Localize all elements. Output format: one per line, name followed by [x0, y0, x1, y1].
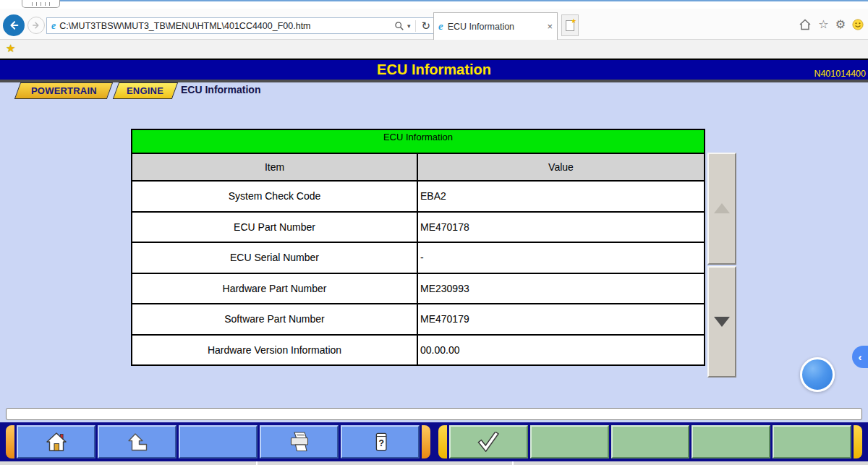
window-top-edge: [60, 0, 868, 1]
group-end-cap: [422, 425, 430, 458]
blank-function-button[interactable]: [611, 425, 690, 458]
refresh-icon[interactable]: ↻: [421, 20, 430, 33]
blank-function-button[interactable]: [692, 425, 770, 458]
row-value: ME470178: [418, 213, 704, 242]
column-header-value: Value: [418, 154, 704, 180]
return-up-arrow-icon: [126, 432, 149, 452]
row-item-label: Hardware Version Information: [132, 336, 418, 365]
home-icon[interactable]: [799, 18, 812, 31]
row-value: ME470179: [418, 304, 704, 334]
help-manual-icon: ?: [370, 432, 391, 452]
table-row: ECU Serial Number -: [131, 242, 705, 274]
ecu-information-table: ECU Information Item Value System Check …: [131, 129, 705, 366]
settings-gear-icon[interactable]: ⚙: [835, 17, 846, 31]
row-item-label: System Check Code: [132, 182, 418, 211]
edge-collapse-chevron[interactable]: ‹: [852, 346, 868, 368]
tab-favicon-ie-icon: e: [438, 20, 443, 33]
mut3-ecu-information-screen: e C:\MUT3TBSW\MUT3_TB\MENU\HTML\401CC440…: [0, 0, 868, 465]
row-item-label: Hardware Part Number: [132, 274, 418, 304]
bottom-toolbar: ?: [0, 422, 868, 461]
group-end-cap: [6, 425, 14, 458]
row-value: -: [418, 243, 704, 273]
scroll-up-button[interactable]: [707, 153, 736, 265]
tab-close-icon[interactable]: ×: [547, 21, 553, 32]
page-title: ECU Information: [0, 60, 868, 79]
breadcrumb-tab-label: POWERTRAIN: [31, 85, 97, 96]
address-bar[interactable]: e C:\MUT3TBSW\MUT3_TB\MENU\HTML\401CC440…: [46, 17, 434, 34]
back-arrow-icon: [7, 19, 20, 32]
drag-handle-ticks-icon: [32, 2, 51, 6]
status-bar: [6, 408, 862, 420]
table-row: System Check Code EBA2: [131, 180, 705, 213]
page-ie-icon: e: [51, 20, 56, 32]
print-button[interactable]: [260, 425, 339, 458]
breadcrumb-tab-powertrain[interactable]: POWERTRAIN: [14, 82, 113, 99]
confirm-check-button[interactable]: [449, 425, 528, 458]
navigation-button-group: ?: [6, 425, 430, 458]
blank-function-button[interactable]: [530, 425, 609, 458]
blank-function-button[interactable]: [179, 425, 258, 458]
forward-arrow-icon: [31, 20, 41, 30]
help-button[interactable]: ?: [341, 425, 420, 458]
row-item-label: Software Part Number: [132, 304, 418, 334]
browser-top-strip: [0, 0, 868, 9]
new-tab-button[interactable]: ★: [561, 14, 579, 36]
breadcrumb-tab-label: ENGINE: [127, 85, 163, 96]
back-up-button[interactable]: [98, 425, 176, 458]
svg-text:?: ?: [378, 438, 383, 448]
function-button-group: [438, 425, 862, 458]
chevron-left-icon: ‹: [859, 351, 862, 363]
row-item-label: ECU Part Number: [132, 213, 418, 242]
table-header-row: Item Value: [131, 153, 705, 182]
browser-toolbar: e C:\MUT3TBSW\MUT3_TB\MENU\HTML\401CC440…: [0, 9, 868, 40]
browser-forward-button[interactable]: [27, 17, 45, 34]
favorites-star-icon[interactable]: ☆: [818, 17, 828, 31]
address-url[interactable]: C:\MUT3TBSW\MUT3_TB\MENU\HTML\401CC4400_…: [59, 21, 394, 31]
breadcrumb-tab-engine[interactable]: ENGINE: [113, 82, 178, 99]
scroll-down-arrow-icon: [714, 317, 730, 327]
tab-title: ECU Information: [448, 22, 543, 32]
blank-function-button[interactable]: [773, 425, 851, 458]
table-row: Hardware Version Information 00.00.00: [131, 334, 705, 367]
scroll-up-arrow-icon: [714, 203, 730, 213]
group-end-cap: [438, 425, 447, 458]
feedback-smiley-icon[interactable]: [852, 19, 864, 30]
row-item-label: ECU Serial Number: [132, 243, 418, 273]
add-favorite-star-icon[interactable]: ★: [6, 42, 15, 55]
house-icon: [46, 432, 67, 452]
column-header-item: Item: [132, 154, 418, 180]
new-tab-page-icon: ★: [566, 20, 574, 31]
printer-icon: [288, 431, 311, 453]
table-scrollbar: [707, 153, 736, 377]
screen-id: N401014400: [814, 69, 866, 79]
row-value: ME230993: [418, 274, 704, 304]
scroll-down-button[interactable]: [707, 266, 736, 378]
checkmark-icon: [476, 432, 501, 452]
favorites-bar: ★: [0, 40, 868, 59]
browser-tab-ecu-information[interactable]: e ECU Information ×: [433, 12, 558, 40]
row-value: EBA2: [418, 182, 704, 211]
search-icon[interactable]: [394, 21, 404, 31]
table-row: Hardware Part Number ME230993: [131, 273, 705, 305]
browser-back-button[interactable]: [3, 14, 25, 36]
new-tab-star-icon: ★: [571, 17, 576, 25]
table-row: Software Part Number ME470179: [131, 303, 705, 336]
taskbar-edge-strip: [0, 461, 868, 465]
app-title-bar: ECU Information N401014400: [0, 59, 868, 80]
window-drag-handle[interactable]: [22, 0, 60, 8]
floating-logo-button[interactable]: [800, 357, 835, 392]
table-row: ECU Part Number ME470178: [131, 211, 705, 244]
address-divider: [415, 20, 416, 32]
breadcrumb-strip: POWERTRAIN ENGINE ECU Information: [0, 82, 868, 100]
row-value: 00.00.00: [418, 336, 704, 365]
group-end-cap: [854, 425, 862, 458]
home-menu-button[interactable]: [17, 425, 95, 458]
table-caption: ECU Information: [131, 129, 705, 154]
breadcrumb-current-page: ECU Information: [181, 84, 260, 95]
search-dropdown-caret-icon[interactable]: ▾: [407, 22, 411, 30]
